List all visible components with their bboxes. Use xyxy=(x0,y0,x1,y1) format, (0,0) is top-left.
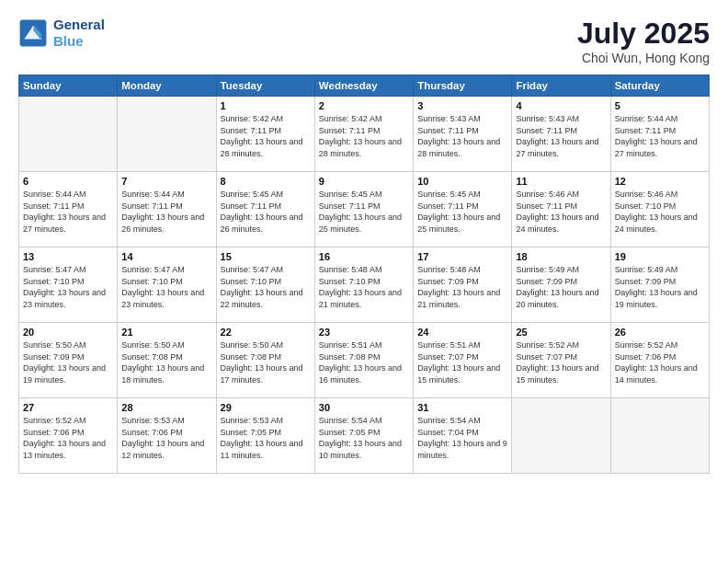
day-header-sunday: Sunday xyxy=(19,75,118,97)
calendar-body: 1Sunrise: 5:42 AM Sunset: 7:11 PM Daylig… xyxy=(19,97,710,474)
logo: General Blue xyxy=(18,17,105,50)
day-number: 20 xyxy=(23,327,113,338)
calendar-week-3: 13Sunrise: 5:47 AM Sunset: 7:10 PM Dayli… xyxy=(19,247,710,323)
calendar-cell: 6Sunrise: 5:44 AM Sunset: 7:11 PM Daylig… xyxy=(19,172,118,247)
calendar-cell: 23Sunrise: 5:51 AM Sunset: 7:08 PM Dayli… xyxy=(314,323,413,398)
day-number: 25 xyxy=(516,327,606,338)
day-number: 22 xyxy=(221,327,311,338)
calendar-cell: 31Sunrise: 5:54 AM Sunset: 7:04 PM Dayli… xyxy=(414,398,512,474)
calendar-cell: 9Sunrise: 5:45 AM Sunset: 7:11 PM Daylig… xyxy=(314,172,413,247)
calendar-week-1: 1Sunrise: 5:42 AM Sunset: 7:11 PM Daylig… xyxy=(19,97,710,172)
logo-icon xyxy=(18,18,48,48)
calendar-cell: 19Sunrise: 5:49 AM Sunset: 7:09 PM Dayli… xyxy=(610,247,709,323)
day-info: Sunrise: 5:46 AM Sunset: 7:10 PM Dayligh… xyxy=(615,189,705,235)
day-info: Sunrise: 5:43 AM Sunset: 7:11 PM Dayligh… xyxy=(417,113,507,159)
calendar-cell: 15Sunrise: 5:47 AM Sunset: 7:10 PM Dayli… xyxy=(216,247,314,323)
day-number: 18 xyxy=(516,251,606,262)
calendar-cell: 7Sunrise: 5:44 AM Sunset: 7:11 PM Daylig… xyxy=(118,172,216,247)
calendar-cell xyxy=(19,97,118,172)
calendar-cell: 5Sunrise: 5:44 AM Sunset: 7:11 PM Daylig… xyxy=(610,97,709,172)
calendar-cell xyxy=(610,398,709,474)
calendar-week-2: 6Sunrise: 5:44 AM Sunset: 7:11 PM Daylig… xyxy=(19,172,710,247)
calendar-cell: 18Sunrise: 5:49 AM Sunset: 7:09 PM Dayli… xyxy=(512,247,610,323)
logo-line1: General xyxy=(53,17,105,33)
day-info: Sunrise: 5:43 AM Sunset: 7:11 PM Dayligh… xyxy=(516,113,606,159)
day-info: Sunrise: 5:52 AM Sunset: 7:06 PM Dayligh… xyxy=(23,415,113,461)
calendar-cell: 22Sunrise: 5:50 AM Sunset: 7:08 PM Dayli… xyxy=(216,323,314,398)
calendar-week-5: 27Sunrise: 5:52 AM Sunset: 7:06 PM Dayli… xyxy=(19,398,710,474)
day-number: 14 xyxy=(121,251,211,262)
day-number: 15 xyxy=(221,251,311,262)
day-info: Sunrise: 5:49 AM Sunset: 7:09 PM Dayligh… xyxy=(516,264,606,310)
day-info: Sunrise: 5:46 AM Sunset: 7:11 PM Dayligh… xyxy=(516,189,606,235)
day-info: Sunrise: 5:44 AM Sunset: 7:11 PM Dayligh… xyxy=(23,189,113,235)
day-info: Sunrise: 5:53 AM Sunset: 7:06 PM Dayligh… xyxy=(121,415,211,461)
day-info: Sunrise: 5:45 AM Sunset: 7:11 PM Dayligh… xyxy=(221,189,311,235)
title-area: July 2025 Choi Wun, Hong Kong xyxy=(577,17,710,65)
calendar-cell xyxy=(118,97,216,172)
day-info: Sunrise: 5:52 AM Sunset: 7:07 PM Dayligh… xyxy=(516,339,606,385)
calendar-cell: 10Sunrise: 5:45 AM Sunset: 7:11 PM Dayli… xyxy=(414,172,512,247)
day-number: 19 xyxy=(615,251,705,262)
day-info: Sunrise: 5:48 AM Sunset: 7:09 PM Dayligh… xyxy=(417,264,507,310)
calendar-cell: 12Sunrise: 5:46 AM Sunset: 7:10 PM Dayli… xyxy=(610,172,709,247)
day-number: 4 xyxy=(516,100,606,111)
calendar-cell: 3Sunrise: 5:43 AM Sunset: 7:11 PM Daylig… xyxy=(414,97,512,172)
header: General Blue July 2025 Choi Wun, Hong Ko… xyxy=(18,17,710,65)
day-header-saturday: Saturday xyxy=(610,75,709,97)
day-info: Sunrise: 5:49 AM Sunset: 7:09 PM Dayligh… xyxy=(615,264,705,310)
day-info: Sunrise: 5:50 AM Sunset: 7:08 PM Dayligh… xyxy=(221,339,311,385)
logo-line2: Blue xyxy=(53,33,105,50)
calendar-cell: 30Sunrise: 5:54 AM Sunset: 7:05 PM Dayli… xyxy=(314,398,413,474)
calendar-cell: 25Sunrise: 5:52 AM Sunset: 7:07 PM Dayli… xyxy=(512,323,610,398)
day-info: Sunrise: 5:48 AM Sunset: 7:10 PM Dayligh… xyxy=(319,264,409,310)
calendar-cell: 1Sunrise: 5:42 AM Sunset: 7:11 PM Daylig… xyxy=(216,97,314,172)
day-number: 17 xyxy=(417,251,507,262)
calendar-cell: 4Sunrise: 5:43 AM Sunset: 7:11 PM Daylig… xyxy=(512,97,610,172)
calendar-cell: 14Sunrise: 5:47 AM Sunset: 7:10 PM Dayli… xyxy=(118,247,216,323)
day-number: 23 xyxy=(319,327,409,338)
day-number: 11 xyxy=(516,176,606,187)
day-number: 3 xyxy=(417,100,507,111)
day-info: Sunrise: 5:47 AM Sunset: 7:10 PM Dayligh… xyxy=(221,264,311,310)
calendar-cell: 11Sunrise: 5:46 AM Sunset: 7:11 PM Dayli… xyxy=(512,172,610,247)
day-number: 29 xyxy=(221,402,311,413)
day-header-friday: Friday xyxy=(512,75,610,97)
calendar-cell xyxy=(512,398,610,474)
day-number: 8 xyxy=(221,176,311,187)
calendar-cell: 29Sunrise: 5:53 AM Sunset: 7:05 PM Dayli… xyxy=(216,398,314,474)
day-number: 13 xyxy=(23,251,113,262)
calendar-cell: 20Sunrise: 5:50 AM Sunset: 7:09 PM Dayli… xyxy=(19,323,118,398)
day-header-wednesday: Wednesday xyxy=(314,75,413,97)
day-header-tuesday: Tuesday xyxy=(216,75,314,97)
page: General Blue July 2025 Choi Wun, Hong Ko… xyxy=(0,0,728,563)
day-info: Sunrise: 5:47 AM Sunset: 7:10 PM Dayligh… xyxy=(23,264,113,310)
day-info: Sunrise: 5:54 AM Sunset: 7:05 PM Dayligh… xyxy=(319,415,409,461)
calendar-header-row: SundayMondayTuesdayWednesdayThursdayFrid… xyxy=(19,75,710,97)
location: Choi Wun, Hong Kong xyxy=(577,51,710,65)
day-info: Sunrise: 5:51 AM Sunset: 7:08 PM Dayligh… xyxy=(319,339,409,385)
day-info: Sunrise: 5:52 AM Sunset: 7:06 PM Dayligh… xyxy=(615,339,705,385)
day-number: 16 xyxy=(319,251,409,262)
calendar-cell: 17Sunrise: 5:48 AM Sunset: 7:09 PM Dayli… xyxy=(414,247,512,323)
day-info: Sunrise: 5:50 AM Sunset: 7:08 PM Dayligh… xyxy=(121,339,211,385)
month-title: July 2025 xyxy=(577,17,710,51)
day-info: Sunrise: 5:44 AM Sunset: 7:11 PM Dayligh… xyxy=(615,113,705,159)
day-number: 12 xyxy=(615,176,705,187)
calendar-cell: 8Sunrise: 5:45 AM Sunset: 7:11 PM Daylig… xyxy=(216,172,314,247)
calendar-cell: 21Sunrise: 5:50 AM Sunset: 7:08 PM Dayli… xyxy=(118,323,216,398)
day-info: Sunrise: 5:51 AM Sunset: 7:07 PM Dayligh… xyxy=(417,339,507,385)
calendar-cell: 16Sunrise: 5:48 AM Sunset: 7:10 PM Dayli… xyxy=(314,247,413,323)
day-info: Sunrise: 5:47 AM Sunset: 7:10 PM Dayligh… xyxy=(121,264,211,310)
day-number: 24 xyxy=(417,327,507,338)
day-info: Sunrise: 5:44 AM Sunset: 7:11 PM Dayligh… xyxy=(121,189,211,235)
day-number: 1 xyxy=(221,100,311,111)
day-number: 9 xyxy=(319,176,409,187)
day-number: 2 xyxy=(319,100,409,111)
calendar-cell: 28Sunrise: 5:53 AM Sunset: 7:06 PM Dayli… xyxy=(118,398,216,474)
calendar-cell: 26Sunrise: 5:52 AM Sunset: 7:06 PM Dayli… xyxy=(610,323,709,398)
calendar-week-4: 20Sunrise: 5:50 AM Sunset: 7:09 PM Dayli… xyxy=(19,323,710,398)
calendar-cell: 13Sunrise: 5:47 AM Sunset: 7:10 PM Dayli… xyxy=(19,247,118,323)
day-info: Sunrise: 5:54 AM Sunset: 7:04 PM Dayligh… xyxy=(417,415,507,461)
logo-text: General Blue xyxy=(53,17,105,50)
